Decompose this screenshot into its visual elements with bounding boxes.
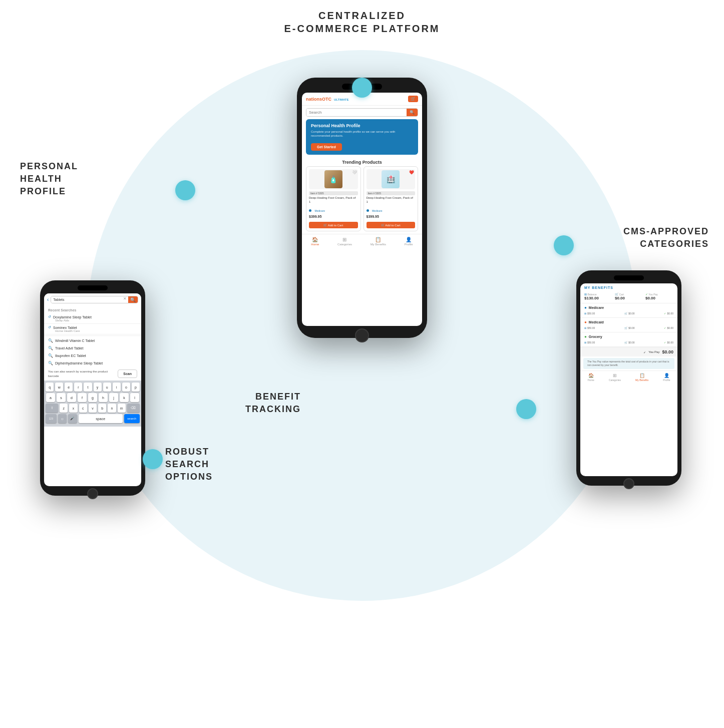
search-suggestion-icon-4: 🔍	[48, 361, 53, 366]
key-l[interactable]: l	[130, 393, 139, 402]
key-y[interactable]: y	[94, 383, 102, 392]
key-z[interactable]: z	[60, 404, 68, 413]
cart-icon[interactable]: 🛒	[408, 96, 418, 102]
center-search-input[interactable]	[306, 109, 407, 116]
benefits-info-text: The You Pay value represents the total c…	[583, 358, 674, 369]
key-shift[interactable]: ⇧	[46, 404, 58, 413]
key-b[interactable]: b	[98, 404, 106, 413]
key-mic[interactable]: 🎤	[68, 414, 77, 423]
key-x[interactable]: x	[69, 404, 77, 413]
add-to-cart-button-1[interactable]: 🛒 Add to Cart	[309, 222, 358, 228]
key-backspace[interactable]: ⌫	[127, 404, 140, 413]
key-123[interactable]: 123	[46, 414, 57, 423]
balance-summary: ⊞ Balance $130.00	[584, 292, 612, 300]
grocery-you-pay-item: ✓ $0.00	[664, 341, 673, 344]
wishlist-icon-2[interactable]: ❤️	[409, 170, 414, 175]
connector-cms	[554, 235, 574, 255]
medicaid-title: ● Medicaid	[584, 320, 673, 324]
nav-my-benefits[interactable]: 📋 My Benefits	[371, 237, 386, 246]
center-phone-screen: nationsOTC ULTIMATE 🛒 🔍 Personal Health …	[302, 93, 422, 326]
key-s[interactable]: s	[57, 393, 66, 402]
grocery-detail: ⊞ $50.00 🛒 $0.00 ✓ $0.00	[584, 340, 673, 344]
medicare-detail: ⊞ $50.00 🛒 $0.00 ✓ $0.00	[584, 311, 673, 315]
key-c[interactable]: c	[79, 404, 87, 413]
categories-icon: ⊞	[342, 237, 346, 242]
recent-1-cat: Sleep Aids	[48, 319, 137, 322]
key-w[interactable]: w	[55, 383, 63, 392]
scan-button[interactable]: Scan	[118, 370, 137, 378]
rp-nav-categories[interactable]: ⊞ Categories	[609, 373, 621, 382]
product-name-1: Deep-Healing Foot Cream, Pack of 1	[309, 196, 358, 204]
left-search-bar[interactable]: ✕ 🔍	[51, 296, 138, 303]
key-j[interactable]: j	[109, 393, 118, 402]
back-button[interactable]: ‹	[47, 297, 49, 302]
suggestion-1[interactable]: 🔍 Windmill Vitamin C Tablet	[44, 337, 141, 344]
suggestion-3[interactable]: 🔍 Ibuprofen EC Tablet	[44, 352, 141, 359]
key-m[interactable]: m	[118, 404, 126, 413]
key-d[interactable]: d	[67, 393, 76, 402]
left-search-button[interactable]: 🔍	[128, 296, 138, 303]
key-space[interactable]: space	[79, 414, 123, 423]
get-started-button[interactable]: Get Started	[311, 143, 342, 151]
key-u[interactable]: u	[103, 383, 111, 392]
right-phone-screen: MY BENEFITS ⊞ Balance $130.00 🛒 Cart $0.…	[580, 283, 677, 476]
you-pay-summary-label: ✓ You Pay	[645, 292, 673, 296]
add-to-cart-button-2[interactable]: 🛒 Add to Cart	[367, 222, 416, 228]
benefits-summary: ⊞ Balance $130.00 🛒 Cart $0.00 ✓ You Pay…	[580, 291, 677, 303]
key-p[interactable]: p	[132, 383, 140, 392]
key-n[interactable]: n	[108, 404, 116, 413]
cms-approved-label: CMS-APPROVEDCATEGORIES	[623, 225, 709, 250]
key-v[interactable]: v	[89, 404, 97, 413]
center-search-bar[interactable]: 🔍	[306, 108, 418, 117]
keyboard-row-3: ⇧ z x c v b n m ⌫	[46, 404, 140, 413]
home-button-left[interactable]	[87, 488, 98, 499]
suggestion-2[interactable]: 🔍 Travel Advil Tablet	[44, 344, 141, 352]
recent-item-1[interactable]: ↺ Doxylamine Sleep Tablet Sleep Aids	[44, 313, 141, 324]
nav-home[interactable]: 🏠 Home	[311, 237, 319, 246]
key-t[interactable]: t	[84, 383, 92, 392]
rp-nav-home[interactable]: 🏠 Home	[588, 373, 594, 382]
personal-health-label: PERSONALHEALTHPROFILE	[20, 160, 78, 198]
balance-label: ⊞ Balance	[584, 292, 612, 296]
center-phone-navbar: 🏠 Home ⊞ Categories 📋 My Benefits 👤 Prof…	[302, 234, 422, 248]
home-button-center[interactable]	[355, 328, 369, 342]
connector-personal-health	[175, 180, 195, 200]
clear-icon[interactable]: ✕	[122, 296, 128, 303]
left-search-input[interactable]	[51, 296, 122, 303]
key-k[interactable]: k	[120, 393, 129, 402]
key-r[interactable]: r	[74, 383, 82, 392]
key-h[interactable]: h	[99, 393, 108, 402]
rp-categories-label: Categories	[609, 379, 621, 382]
connector-robust-search	[143, 449, 163, 469]
recent-item-2[interactable]: ↺ Sominex Tablet Home Health Care	[44, 324, 141, 334]
nav-profile[interactable]: 👤 Profile	[405, 237, 413, 246]
key-i[interactable]: i	[113, 383, 121, 392]
key-search[interactable]: search	[124, 414, 140, 423]
trending-title: Trending Products	[302, 157, 422, 166]
rp-benefits-icon: 📋	[639, 373, 645, 378]
scan-text: You can also search by scanning the prod…	[48, 370, 118, 378]
key-f[interactable]: f	[78, 393, 87, 402]
medicare-title: ● Medicare	[584, 305, 673, 310]
nav-categories[interactable]: ⊞ Categories	[337, 237, 352, 246]
medicaid-cart-item: 🛒 $0.00	[624, 326, 635, 329]
key-q[interactable]: q	[46, 383, 54, 392]
product-image-1: 🧴 🤍	[309, 169, 358, 189]
key-emoji[interactable]: ☺	[58, 414, 67, 423]
left-phone: ‹ ✕ 🔍 Recent Searches ↺ Doxylamine Sleep…	[40, 280, 145, 496]
scan-section: You can also search by scanning the prod…	[44, 367, 141, 381]
health-card-desc: Complete your personal health profile so…	[311, 130, 413, 138]
left-phone-screen: ‹ ✕ 🔍 Recent Searches ↺ Doxylamine Sleep…	[44, 293, 141, 486]
home-button-right[interactable]	[623, 478, 634, 489]
rp-nav-my-benefits[interactable]: 📋 My Benefits	[635, 373, 648, 382]
key-g[interactable]: g	[88, 393, 97, 402]
center-search-button[interactable]: 🔍	[407, 109, 418, 116]
rp-nav-profile[interactable]: 👤 Profile	[663, 373, 670, 382]
wishlist-icon-1[interactable]: 🤍	[352, 170, 357, 175]
rp-home-icon: 🏠	[588, 373, 594, 378]
key-a[interactable]: a	[46, 393, 55, 402]
key-e[interactable]: e	[65, 383, 73, 392]
suggestion-4[interactable]: 🔍 Diphenhydramine Sleep Tablet	[44, 359, 141, 367]
key-o[interactable]: o	[122, 383, 130, 392]
balance-value: $130.00	[584, 296, 612, 300]
